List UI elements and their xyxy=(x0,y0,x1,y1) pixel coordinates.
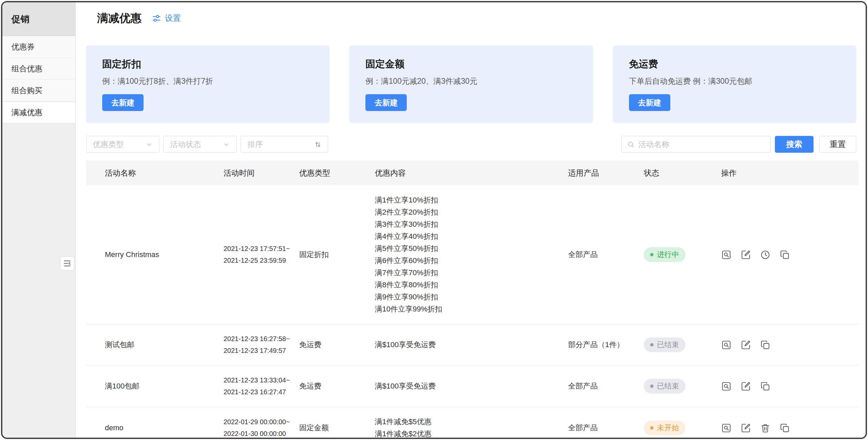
discount-type-cell: 免运费 xyxy=(291,324,367,366)
sidebar-nav: 优惠券组合优惠组合购买满减优惠 xyxy=(2,36,75,123)
edit-icon[interactable] xyxy=(741,423,751,433)
create-button[interactable]: 去新建 xyxy=(629,94,670,111)
sidebar: 促销 优惠券组合优惠组合购买满减优惠 xyxy=(2,2,75,438)
discount-content-cell: 满$100享受免运费 xyxy=(367,324,560,366)
column-header: 优惠类型 xyxy=(291,160,367,185)
actions-cell xyxy=(713,366,859,407)
sidebar-item-4[interactable]: 满减优惠 xyxy=(2,101,75,123)
status-select-placeholder: 活动状态 xyxy=(170,139,201,150)
activity-time-cell: 2021-12-23 17:57:51~2021-12-25 23:59:59 xyxy=(216,185,291,324)
time-line: 2022-01-29 00:00:00~ xyxy=(223,416,291,428)
column-header: 活动时间 xyxy=(216,160,291,185)
actions-cell xyxy=(713,185,859,324)
settings-link[interactable]: 设置 xyxy=(152,13,181,24)
reset-button[interactable]: 重置 xyxy=(819,136,856,153)
copy-icon[interactable] xyxy=(780,250,790,260)
time-line: 2021-12-25 23:59:59 xyxy=(223,255,291,266)
status-cell: 已结束 xyxy=(636,366,713,407)
actions-cell xyxy=(713,324,859,366)
promo-card-3: 免运费下单后自动免运费 例：满300元包邮去新建 xyxy=(613,46,856,123)
discount-type-cell: 固定折扣 xyxy=(291,185,367,324)
time-line: 2021-12-23 16:27:58~ xyxy=(223,333,291,345)
content-line: 满4件立享40%折扣 xyxy=(375,230,560,242)
menu-fold-icon xyxy=(63,259,72,268)
promo-cards: 固定折扣例：满100元打8折、满3件打7折去新建固定金额例：满100元减20、满… xyxy=(86,46,856,123)
copy-icon[interactable] xyxy=(760,381,771,391)
content-line: 满8件立享80%折扣 xyxy=(375,279,560,291)
actions-cell xyxy=(713,407,859,438)
clock-icon[interactable] xyxy=(760,250,771,260)
content-line: 满9件立享90%折扣 xyxy=(375,291,560,303)
create-button[interactable]: 去新建 xyxy=(102,94,144,111)
status-dot-icon xyxy=(650,253,653,256)
status-select[interactable]: 活动状态 xyxy=(163,136,237,153)
content-line: 满3件立享30%折扣 xyxy=(375,218,560,230)
discount-type-cell: 免运费 xyxy=(291,366,367,407)
trash-icon[interactable] xyxy=(760,423,771,433)
table-row: 测试包邮2021-12-23 16:27:58~2021-12-23 17:49… xyxy=(86,324,859,366)
activity-time-cell: 2021-12-23 13:33:04~2021-12-23 16:27:47 xyxy=(216,366,291,407)
table-header-row: 活动名称活动时间优惠类型优惠内容适用产品状态操作 xyxy=(86,160,859,185)
card-title: 免运费 xyxy=(629,58,840,71)
status-label: 已结束 xyxy=(657,381,679,391)
main-content: 满减优惠 设置 固定折扣例：满100元打8折、满3件打7折去新建固定金额例：满1… xyxy=(75,2,866,438)
time-line: 2021-12-23 13:33:04~ xyxy=(223,374,291,386)
discount-content-cell: 满1件立享10%折扣满2件立享20%折扣满3件立享30%折扣满4件立享40%折扣… xyxy=(367,185,560,324)
table-body: Merry Christmas2021-12-23 17:57:51~2021-… xyxy=(86,185,859,438)
content-line: 满6件立享60%折扣 xyxy=(375,255,560,267)
time-line: 2021-12-23 17:49:57 xyxy=(223,345,291,357)
content-line: 满5件立享50%折扣 xyxy=(375,242,560,255)
content-line: 满1件立享10%折扣 xyxy=(375,194,560,206)
view-icon[interactable] xyxy=(721,250,732,260)
status-badge: 进行中 xyxy=(644,247,685,262)
sort-arrows-icon xyxy=(314,141,321,148)
status-cell: 已结束 xyxy=(636,324,713,366)
products-cell: 全部产品 xyxy=(560,185,636,324)
activity-name-cell: 测试包邮 xyxy=(86,324,216,366)
edit-icon[interactable] xyxy=(741,250,751,260)
content-line: 满10件立享99%折扣 xyxy=(375,303,560,315)
view-icon[interactable] xyxy=(721,381,732,391)
sidebar-item-2[interactable]: 组合优惠 xyxy=(2,58,75,80)
status-badge: 已结束 xyxy=(644,338,685,352)
edit-icon[interactable] xyxy=(741,381,751,391)
search-icon xyxy=(627,141,635,148)
create-button[interactable]: 去新建 xyxy=(365,94,407,111)
content-line: 满7件立享70%折扣 xyxy=(375,267,560,279)
column-header: 活动名称 xyxy=(86,160,216,185)
sidebar-item-1[interactable]: 优惠券 xyxy=(2,36,75,58)
column-header: 优惠内容 xyxy=(367,160,560,185)
discount-content-cell: 满1件减免$5优惠满1件减免$2优惠 xyxy=(367,407,560,438)
promo-card-2: 固定金额例：满100元减20、满3件减30元去新建 xyxy=(349,46,593,123)
time-line: 2021-12-23 16:27:47 xyxy=(223,386,291,398)
time-line: 2021-12-23 17:57:51~ xyxy=(223,243,291,255)
edit-icon[interactable] xyxy=(741,340,751,350)
sidebar-collapse-button[interactable] xyxy=(60,256,74,270)
search-input[interactable] xyxy=(639,140,765,149)
search-button[interactable]: 搜索 xyxy=(775,136,813,153)
copy-icon[interactable] xyxy=(760,340,771,350)
content-line: 满1件减免$2优惠 xyxy=(375,428,560,438)
action-buttons xyxy=(721,340,859,350)
sort-select-placeholder: 排序 xyxy=(247,139,263,150)
activity-time-cell: 2021-12-23 16:27:58~2021-12-23 17:49:57 xyxy=(216,324,291,366)
column-header: 操作 xyxy=(713,160,859,185)
view-icon[interactable] xyxy=(721,423,732,433)
sliders-icon xyxy=(152,13,161,23)
copy-icon[interactable] xyxy=(780,423,790,433)
type-select[interactable]: 优惠类型 xyxy=(86,136,159,153)
content-line: 满$100享受免运费 xyxy=(375,339,560,351)
promotions-table: 活动名称活动时间优惠类型优惠内容适用产品状态操作 Merry Christmas… xyxy=(86,160,859,438)
action-buttons xyxy=(721,250,859,260)
content-line: 满$100享受免运费 xyxy=(375,380,560,392)
view-icon[interactable] xyxy=(721,340,732,350)
card-title: 固定折扣 xyxy=(102,58,313,71)
type-select-placeholder: 优惠类型 xyxy=(93,139,124,150)
activity-name-cell: demo xyxy=(86,407,216,438)
sidebar-item-3[interactable]: 组合购买 xyxy=(2,80,75,101)
content-line: 满1件减免$5优惠 xyxy=(375,416,560,428)
activity-time-cell: 2022-01-29 00:00:00~2022-01-30 00:00:00 xyxy=(216,407,291,438)
sort-select[interactable]: 排序 xyxy=(241,136,328,153)
products-cell: 全部产品 xyxy=(560,366,636,407)
promo-card-1: 固定折扣例：满100元打8折、满3件打7折去新建 xyxy=(86,46,330,123)
